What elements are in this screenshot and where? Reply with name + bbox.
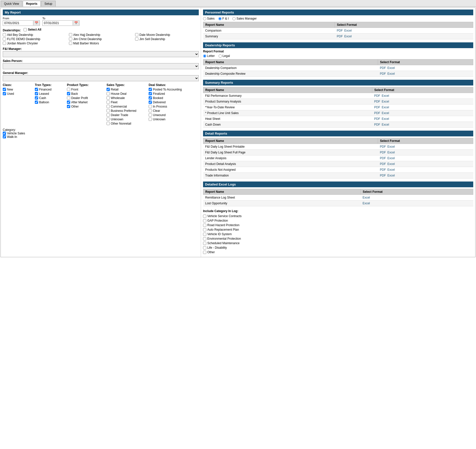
pdf-link[interactable]: PDF <box>380 156 386 160</box>
fi-manager-select[interactable] <box>3 51 199 57</box>
to-calendar-icon[interactable]: 📅 <box>73 21 79 25</box>
excel-link[interactable]: Excel <box>388 168 395 171</box>
excel-link[interactable]: Excel <box>362 196 370 199</box>
pdf-link[interactable]: PDF <box>380 174 386 177</box>
filter-deal_status-item[interactable]: Delivered <box>149 101 199 104</box>
dealership-item[interactable]: Jim Christ Dealership <box>69 37 133 41</box>
dealership-item[interactable]: FLITE DEMO Dealership <box>3 37 66 41</box>
filter-class-item[interactable]: New <box>3 88 33 91</box>
excel-link[interactable]: Excel <box>388 156 395 160</box>
select-all-wrap[interactable]: Select All <box>24 28 41 31</box>
excel-link[interactable]: Excel <box>382 106 389 109</box>
excel-link[interactable]: Excel <box>387 72 395 75</box>
pdf-link[interactable]: PDF <box>374 111 380 115</box>
dealership-item[interactable]: Alex Hajj Dealership <box>69 33 133 37</box>
pdf-link[interactable]: PDF <box>374 100 380 103</box>
from-calendar-icon[interactable]: 📅 <box>33 21 40 25</box>
pdf-link[interactable]: PDF <box>380 66 386 70</box>
include-category-item[interactable]: Environmental Protection <box>203 237 473 240</box>
dealership-checkbox[interactable] <box>3 37 6 41</box>
pdf-link[interactable]: PDF <box>380 72 386 75</box>
pdf-link[interactable]: PDF <box>374 117 380 121</box>
pdf-link[interactable]: PDF <box>374 106 380 109</box>
general-manager-select[interactable] <box>3 75 199 81</box>
tab-setup[interactable]: Setup <box>41 1 55 7</box>
excel-link[interactable]: Excel <box>382 123 389 126</box>
category-item[interactable]: Walk-In <box>3 135 199 139</box>
filter-deal_status-item[interactable]: Booked <box>149 96 199 100</box>
dealership-item[interactable]: Jim Sell Dealership <box>135 37 199 41</box>
excel-link[interactable]: Excel <box>344 29 352 32</box>
excel-link[interactable]: Excel <box>382 111 389 115</box>
excel-link[interactable]: Excel <box>388 151 395 154</box>
format-radio-legal[interactable]: Legal <box>219 54 230 58</box>
dealership-checkbox[interactable] <box>3 33 6 36</box>
filter-deal_status-item[interactable]: Clear <box>149 109 199 113</box>
include-category-item[interactable]: Vehicle Service Contracts <box>203 214 473 218</box>
sales-person-select[interactable] <box>3 63 199 69</box>
personnel-radio-sales[interactable]: Sales <box>203 17 215 20</box>
filter-sales_types-item[interactable]: Fleet <box>107 101 147 104</box>
dealership-checkbox[interactable] <box>135 37 138 41</box>
filter-product_types-item[interactable]: After Market <box>67 101 105 104</box>
category-item[interactable]: Vehicle Sales <box>3 132 199 135</box>
pdf-link[interactable]: PDF <box>380 168 386 171</box>
tab-reports[interactable]: Reports <box>23 1 41 7</box>
include-category-item[interactable]: Other <box>203 250 473 254</box>
filter-deal_status-item[interactable]: Finalized <box>149 92 199 96</box>
filter-trxn_types-item[interactable]: Balloon <box>35 101 65 104</box>
include-category-item[interactable]: Scheduled Maintenance <box>203 241 473 245</box>
dealership-item[interactable]: Dale Moore Dealership <box>135 33 199 37</box>
include-category-item[interactable]: Auto Replacement Plan <box>203 228 473 231</box>
excel-link[interactable]: Excel <box>382 94 389 98</box>
dealership-checkbox[interactable] <box>3 42 6 45</box>
include-category-item[interactable]: Road Hazard Protection <box>203 223 473 227</box>
filter-sales_types-item[interactable]: House Deal <box>107 92 147 96</box>
filter-product_types-item[interactable]: Back <box>67 92 105 96</box>
filter-class-item[interactable]: Used <box>3 92 33 96</box>
filter-trxn_types-item[interactable]: Cash <box>35 96 65 100</box>
pdf-link[interactable]: PDF <box>374 94 380 98</box>
filter-sales_types-item[interactable]: Wholesale <box>107 96 147 100</box>
dealership-checkbox[interactable] <box>69 33 72 36</box>
personnel-radio-sales-manager[interactable]: Sales Manager <box>232 17 257 20</box>
dealership-item[interactable]: Akil Bey Dealership <box>3 33 66 37</box>
filter-sales_types-item[interactable]: Unknown <box>107 118 147 121</box>
filter-deal_status-item[interactable]: Unknown <box>149 118 199 121</box>
excel-link[interactable]: Excel <box>388 174 395 177</box>
filter-sales_types-item[interactable]: Dealer Trade <box>107 113 147 117</box>
select-all-checkbox[interactable] <box>24 28 27 31</box>
excel-link[interactable]: Excel <box>382 100 389 103</box>
excel-link[interactable]: Excel <box>344 35 352 38</box>
filter-product_types-item[interactable]: Front <box>67 88 105 91</box>
pdf-link[interactable]: PDF <box>380 162 386 166</box>
excel-link[interactable]: Excel <box>387 66 395 70</box>
format-radio-letter[interactable]: Letter <box>203 54 215 58</box>
excel-link[interactable]: Excel <box>388 145 395 148</box>
filter-trxn_types-item[interactable]: Financed <box>35 88 65 91</box>
include-category-item[interactable]: Vehicle ID System <box>203 232 473 236</box>
dealership-checkbox[interactable] <box>135 33 138 36</box>
dealership-item[interactable]: Matt Barber Motors <box>69 42 133 45</box>
excel-link[interactable]: Excel <box>388 162 395 166</box>
filter-deal_status-item[interactable]: Unwound <box>149 113 199 117</box>
pdf-link[interactable]: PDF <box>374 123 380 126</box>
dealership-checkbox[interactable] <box>69 42 72 45</box>
filter-sales_types-item[interactable]: Commercial <box>107 105 147 108</box>
filter-sales_types-item[interactable]: Other Nonretail <box>107 122 147 125</box>
pdf-link[interactable]: PDF <box>380 145 386 148</box>
filter-deal_status-item[interactable]: Posted To Accounting <box>149 88 199 91</box>
filter-product_types-item[interactable]: Dealer Profit <box>67 96 105 100</box>
filter-deal_status-item[interactable]: In Process <box>149 105 199 108</box>
pdf-link[interactable]: PDF <box>337 29 343 32</box>
pdf-link[interactable]: PDF <box>380 151 386 154</box>
dealership-checkbox[interactable] <box>69 37 72 41</box>
filter-sales_types-item[interactable]: Retail <box>107 88 147 91</box>
pdf-link[interactable]: PDF <box>337 35 343 38</box>
filter-trxn_types-item[interactable]: Leased <box>35 92 65 96</box>
tab-quick-view[interactable]: Quick View <box>1 1 22 7</box>
include-category-item[interactable]: Life - Disability <box>203 246 473 249</box>
personnel-radio-fi[interactable]: F & I <box>218 17 229 20</box>
from-date-input[interactable] <box>3 21 33 26</box>
filter-product_types-item[interactable]: Other <box>67 105 105 108</box>
